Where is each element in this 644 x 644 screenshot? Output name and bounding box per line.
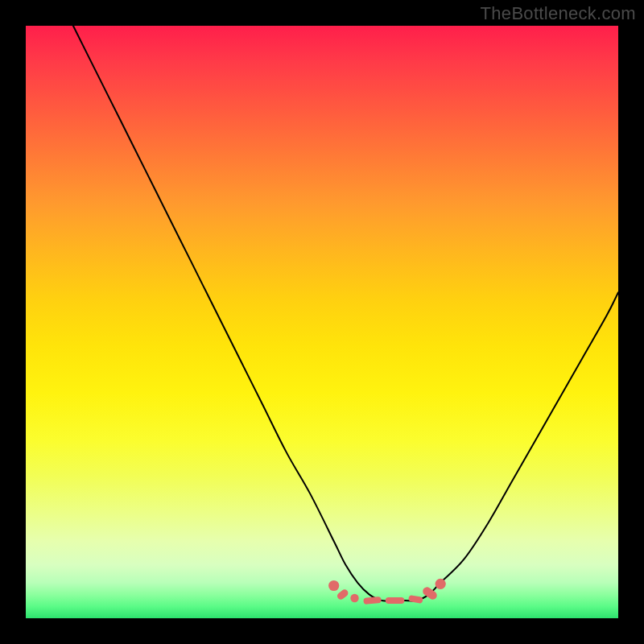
highlight-dot	[328, 580, 339, 591]
highlight-pill	[363, 597, 382, 605]
highlight-dot	[350, 594, 358, 602]
highlight-pill	[408, 595, 423, 604]
highlight-dot	[436, 579, 446, 589]
chart-frame: TheBottleneck.com	[0, 0, 644, 644]
highlight-pill	[336, 588, 349, 601]
plot-area	[26, 26, 618, 618]
bottleneck-curve	[73, 26, 618, 601]
chart-overlay	[26, 26, 618, 618]
highlight-markers	[328, 579, 446, 605]
highlight-pill	[386, 597, 405, 604]
watermark-text: TheBottleneck.com	[481, 3, 636, 24]
